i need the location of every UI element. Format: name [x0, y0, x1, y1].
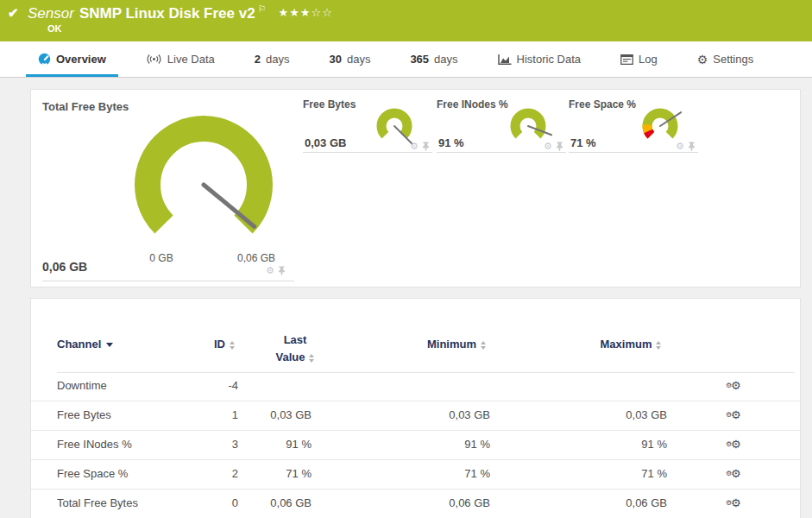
- channel-minimum: 0,03 GB: [404, 401, 490, 429]
- gear-icon[interactable]: ⚙: [410, 141, 419, 152]
- tab-overview[interactable]: Overview: [26, 41, 118, 77]
- channel-settings-gears-icon[interactable]: ⚙⚙: [726, 490, 743, 518]
- tab-settings[interactable]: ⚙ Settings: [685, 41, 766, 77]
- divider: [42, 281, 294, 281]
- tab-2-days[interactable]: 2 days: [242, 41, 302, 77]
- tab-label: Settings: [713, 53, 753, 66]
- channel-settings-gears-icon[interactable]: ⚙⚙: [726, 401, 743, 430]
- gear-icon[interactable]: ⚙: [676, 141, 684, 152]
- channel-last-value: 71 %: [225, 460, 312, 488]
- sensor-header-bar: ✔ SensorSNMP Linux Disk Free v2⚐★★★☆☆ OK: [0, 0, 812, 41]
- channel-name: Free Bytes: [57, 401, 111, 429]
- divider: [569, 152, 698, 153]
- mini-gauge-panel-free-space-: Free Space % 71 % ⚙: [569, 90, 698, 159]
- column-header-maximum[interactable]: Maximum: [579, 338, 683, 351]
- channel-table-row: Free Bytes 1 0,03 GB 0,03 GB 0,03 GB ⚙⚙: [31, 401, 802, 431]
- channel-maximum: 91 %: [581, 431, 667, 458]
- gauge-scale-min: 0 GB: [135, 252, 187, 264]
- tab-label: days: [266, 53, 289, 66]
- channel-table-panel: Channel ID Last Value Minimum Maximum Do…: [30, 298, 801, 518]
- channel-last-value: 91 %: [225, 431, 312, 458]
- sensor-status-badge: OK: [47, 23, 62, 34]
- object-kind-label: Sensor: [28, 5, 74, 22]
- sort-desc-icon: [106, 343, 113, 347]
- gear-icon[interactable]: ⚙: [266, 265, 274, 276]
- channel-settings-gears-icon[interactable]: ⚙⚙: [726, 460, 743, 489]
- mini-gauge-panel-free-bytes: Free Bytes 0,03 GB ⚙: [303, 90, 432, 159]
- sensor-title: SNMP Linux Disk Free v2: [79, 5, 255, 22]
- channel-last-value: 0,03 GB: [225, 401, 312, 429]
- channel-settings-gears-icon[interactable]: ⚙⚙: [726, 372, 743, 401]
- main-gauge-title: Total Free Bytes: [42, 100, 129, 113]
- channel-minimum: 0,06 GB: [404, 490, 490, 517]
- tab-label: Log: [639, 53, 658, 66]
- channel-id: -4: [152, 372, 238, 400]
- tab-number: 365: [410, 53, 429, 66]
- tab-30-days[interactable]: 30 days: [317, 41, 382, 77]
- gauges-panel: Total Free Bytes 0 GB 0,06 GB 0,06 GB ⚙ …: [30, 89, 801, 287]
- channel-last-value: 0,06 GB: [225, 490, 312, 517]
- tab-log[interactable]: Log: [608, 41, 670, 77]
- channel-table-row: Free Space % 2 71 % 71 % 71 % ⚙⚙: [31, 460, 802, 490]
- main-gauge: [128, 114, 280, 262]
- column-header-last-value[interactable]: Last Value: [271, 332, 319, 366]
- divider: [437, 152, 566, 153]
- sort-icon: [656, 341, 661, 350]
- tab-label: Overview: [56, 53, 106, 66]
- channel-table-row: Total Free Bytes 0 0,06 GB 0,06 GB 0,06 …: [31, 490, 802, 518]
- tab-bar: Overview Live Data 2 days 30 days 365 da…: [0, 41, 812, 78]
- tab-historic-data[interactable]: Historic Data: [486, 41, 593, 77]
- mini-gauge-title: Free INodes %: [437, 98, 508, 111]
- channel-name: Total Free Bytes: [57, 490, 138, 517]
- sort-icon: [230, 341, 235, 350]
- channel-minimum: 71 %: [404, 460, 490, 488]
- pin-icon[interactable]: [688, 142, 696, 151]
- column-header-channel[interactable]: Channel: [57, 338, 113, 351]
- tab-number: 2: [255, 53, 261, 66]
- mini-gauge-title: Free Bytes: [303, 98, 356, 111]
- priority-stars[interactable]: ★★★☆☆: [279, 6, 333, 19]
- tab-live-data[interactable]: Live Data: [134, 41, 227, 77]
- mini-gauge-value: 0,03 GB: [305, 136, 346, 149]
- column-header-id[interactable]: ID: [169, 338, 235, 351]
- channel-table-row: Free INodes % 3 91 % 91 % 91 % ⚙⚙: [31, 431, 802, 460]
- gauge-icon: [38, 53, 51, 66]
- main-gauge-value: 0,06 GB: [42, 260, 87, 274]
- log-icon: [620, 54, 633, 65]
- sort-icon: [481, 341, 486, 350]
- column-header-minimum[interactable]: Minimum: [405, 338, 508, 351]
- pin-icon[interactable]: [278, 266, 286, 275]
- mini-gauge-title: Free Space %: [569, 98, 636, 111]
- chart-icon: [498, 54, 512, 66]
- tab-label: days: [434, 53, 457, 66]
- channel-name: Free Space %: [57, 460, 128, 488]
- pin-icon[interactable]: [556, 142, 563, 151]
- channel-maximum: 71 %: [581, 460, 667, 488]
- mini-gauge-value: 91 %: [438, 136, 464, 149]
- channel-table-row: Downtime -4 ⚙⚙: [31, 372, 802, 401]
- gear-icon: ⚙: [697, 53, 708, 66]
- broadcast-icon: [146, 54, 162, 65]
- tab-label: Live Data: [167, 53, 215, 66]
- channel-name: Free INodes %: [57, 431, 132, 458]
- tab-365-days[interactable]: 365 days: [398, 41, 469, 77]
- tab-label: Historic Data: [517, 53, 581, 66]
- mini-gauge-panel-free-inodes-: Free INodes % 91 % ⚙: [437, 90, 566, 159]
- tab-number: 30: [329, 53, 341, 66]
- flag-icon: ⚐: [258, 3, 267, 14]
- sort-icon: [309, 354, 314, 363]
- pin-icon[interactable]: [422, 142, 430, 151]
- gear-icon[interactable]: ⚙: [544, 141, 552, 152]
- status-ok-check-icon: ✔: [8, 5, 19, 21]
- channel-maximum: 0,06 GB: [581, 490, 667, 517]
- mini-gauge-value: 71 %: [570, 136, 596, 149]
- gauge-scale-max: 0,06 GB: [230, 252, 282, 264]
- divider: [303, 152, 432, 153]
- channel-settings-gears-icon[interactable]: ⚙⚙: [726, 431, 743, 459]
- tab-label: days: [347, 53, 370, 66]
- channel-maximum: 0,03 GB: [581, 401, 667, 429]
- channel-minimum: 91 %: [404, 431, 490, 458]
- channel-name: Downtime: [57, 372, 107, 400]
